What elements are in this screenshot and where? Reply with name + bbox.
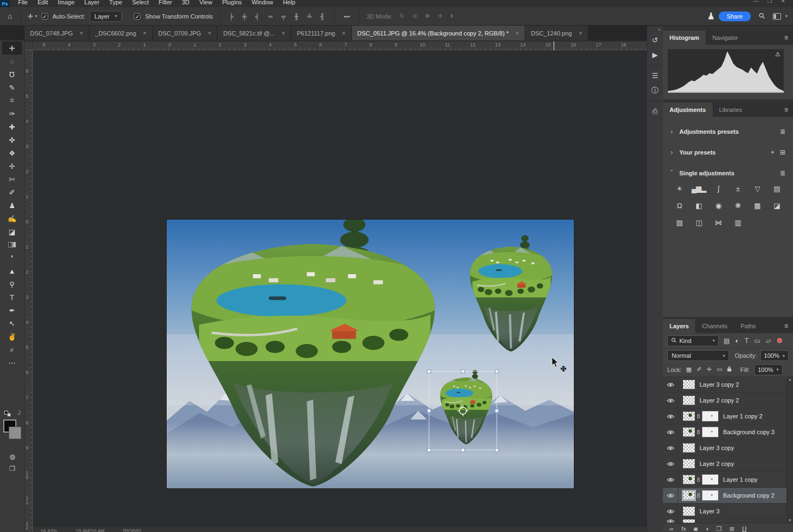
document-tab[interactable]: DSC_1240.png✕	[525, 26, 589, 40]
distribute-h-icon[interactable]: ═	[266, 13, 275, 20]
link-mask-icon[interactable]: 8	[697, 477, 700, 483]
visibility-toggle[interactable]	[663, 440, 678, 456]
document-tab[interactable]: _DSC6602.png✕	[90, 26, 153, 40]
pen-tool[interactable]: ✒	[2, 304, 22, 317]
lock-position-icon[interactable]: ✛	[707, 366, 712, 373]
3d-roll-icon[interactable]: ⊚	[409, 13, 420, 20]
close-button[interactable]: ✕	[781, 0, 785, 4]
layer-thumbnail[interactable]	[683, 490, 695, 500]
visibility-toggle[interactable]	[663, 393, 678, 408]
lock-all-icon[interactable]	[727, 366, 732, 373]
link-layers-icon[interactable]: ∞	[669, 525, 674, 532]
menu-view[interactable]: View	[195, 0, 218, 7]
posterize-icon[interactable]: ▨	[676, 218, 682, 227]
close-tab-icon[interactable]: ✕	[208, 31, 212, 36]
section-your-presets[interactable]: ›Your presets+⊞	[663, 142, 793, 163]
layer-row[interactable]: Layer 2 copy	[663, 456, 793, 472]
default-colors-icon[interactable]: ⤸	[0, 410, 25, 417]
minimize-button[interactable]: —	[753, 0, 759, 4]
panel-menu-icon[interactable]: ≡	[779, 319, 793, 333]
ruler-origin-corner[interactable]	[25, 42, 33, 50]
eye-icon[interactable]	[667, 519, 674, 523]
align-left-icon[interactable]: ╞	[227, 13, 237, 20]
zoom-tool[interactable]: ⌕	[2, 343, 22, 356]
eye-icon[interactable]	[667, 398, 674, 403]
menu-layer[interactable]: Layer	[79, 0, 104, 7]
distribute-v-icon[interactable]: ╢	[318, 13, 327, 20]
layer-thumbnail[interactable]	[683, 427, 695, 437]
tab-adjustments[interactable]: Adjustments	[663, 103, 713, 117]
dodge-tool[interactable]: ⚲	[2, 277, 22, 291]
workspace-switcher-icon[interactable]	[773, 13, 781, 20]
layer-row[interactable]: Layer 3	[663, 504, 793, 519]
invert-icon[interactable]: ◪	[774, 202, 780, 210]
vertical-ruler[interactable]: 6543210123456789101112	[25, 50, 33, 532]
document-image[interactable]	[167, 220, 574, 488]
3d-pan-icon[interactable]: ✥	[422, 13, 433, 20]
preset-list-icon[interactable]: ≣	[774, 128, 785, 135]
layer-row[interactable]: Layer 3 copy	[663, 440, 793, 456]
eye-icon[interactable]	[667, 414, 674, 419]
chevron-down-icon[interactable]: ▾	[785, 14, 788, 19]
new-adjustment-layer-icon[interactable]: ◑	[705, 525, 709, 532]
preset-grid-icon[interactable]: ⊞	[774, 149, 785, 156]
layer-row[interactable]: Layer 2 copy 2	[663, 393, 793, 409]
auto-select-dropdown[interactable]: Layer ▾	[90, 11, 122, 22]
eye-icon[interactable]	[667, 446, 674, 451]
background-color-swatch[interactable]	[9, 427, 21, 439]
add-layer-mask-icon[interactable]: ◙	[694, 525, 697, 532]
adjustment-list-icon[interactable]: ≣	[774, 169, 785, 177]
visibility-toggle[interactable]	[663, 472, 678, 487]
cached-data-warning-icon[interactable]: ⚠	[775, 51, 780, 58]
color-lookup-icon[interactable]: ▦	[754, 202, 760, 210]
screen-mode-button[interactable]: ❐	[5, 463, 20, 474]
layer-name[interactable]: Layer 3 copy 2	[700, 381, 739, 388]
layer-thumbnail[interactable]	[683, 411, 695, 421]
object-selection-tool[interactable]: ✎	[2, 81, 22, 94]
visibility-toggle[interactable]	[663, 456, 678, 471]
link-mask-icon[interactable]: 8	[697, 413, 700, 419]
tab-layers[interactable]: Layers	[663, 319, 695, 333]
properties-panel-icon[interactable]: ☰	[647, 68, 663, 83]
document-tab[interactable]: DSC_0748.JPG✕	[25, 26, 90, 40]
layer-row[interactable]: 8Layer 1 copy 2	[663, 409, 793, 424]
filter-pixel-icon[interactable]: ▤	[724, 337, 730, 345]
zoom-level[interactable]: 16.43%	[40, 527, 57, 532]
delete-layer-icon[interactable]: ∐	[742, 525, 747, 532]
visibility-toggle[interactable]	[663, 409, 678, 424]
layer-row[interactable]	[663, 519, 793, 523]
layer-name[interactable]: Layer 1 copy	[723, 476, 757, 483]
3d-orbit-icon[interactable]: ↻	[397, 13, 407, 20]
eye-icon[interactable]	[667, 382, 674, 387]
brightness-contrast-icon[interactable]: ☀	[677, 185, 683, 193]
tab-paths[interactable]: Paths	[734, 319, 762, 333]
close-tab-icon[interactable]: ✕	[281, 31, 286, 36]
new-layer-icon[interactable]: ⊞	[730, 525, 735, 532]
layer-name[interactable]: Layer 1 copy 2	[723, 413, 762, 419]
eye-icon[interactable]	[667, 493, 674, 498]
actions-panel-icon[interactable]: ▶	[647, 48, 663, 62]
layer-mask-thumbnail[interactable]	[702, 411, 719, 422]
menu-select[interactable]: Select	[127, 0, 154, 7]
menu-filter[interactable]: Filter	[154, 0, 177, 7]
info-panel-icon[interactable]: ⓘ	[647, 83, 663, 98]
eye-icon[interactable]	[667, 462, 674, 466]
menu-edit[interactable]: Edit	[33, 0, 53, 7]
tab-channels[interactable]: Channels	[695, 319, 733, 333]
layer-effects-icon[interactable]: fx	[682, 525, 686, 532]
curves-icon[interactable]: ∫	[718, 185, 719, 193]
layer-name[interactable]: Background copy 2	[723, 492, 774, 499]
link-mask-icon[interactable]: 8	[697, 429, 700, 435]
lock-transparency-icon[interactable]: ▦	[686, 366, 691, 373]
menu-file[interactable]: File	[13, 0, 33, 7]
filter-smart-object-icon[interactable]: ▱	[766, 337, 771, 345]
document-tab[interactable]: DSC_5821c.tif @...✕	[218, 26, 291, 40]
horizontal-ruler[interactable]: 543210123456789101112131415161718	[33, 42, 647, 50]
layer-thumbnail[interactable]	[683, 395, 695, 405]
layer-filter-kind-dropdown[interactable]: Kind ▾	[667, 335, 719, 346]
layer-thumbnail[interactable]	[683, 443, 695, 453]
align-top-icon[interactable]: ╤	[279, 13, 289, 20]
edit-toolbar-icon[interactable]: ⋯	[2, 356, 22, 369]
layer-thumbnail[interactable]	[683, 380, 695, 389]
show-transform-checkbox[interactable]: ✓	[134, 13, 140, 20]
